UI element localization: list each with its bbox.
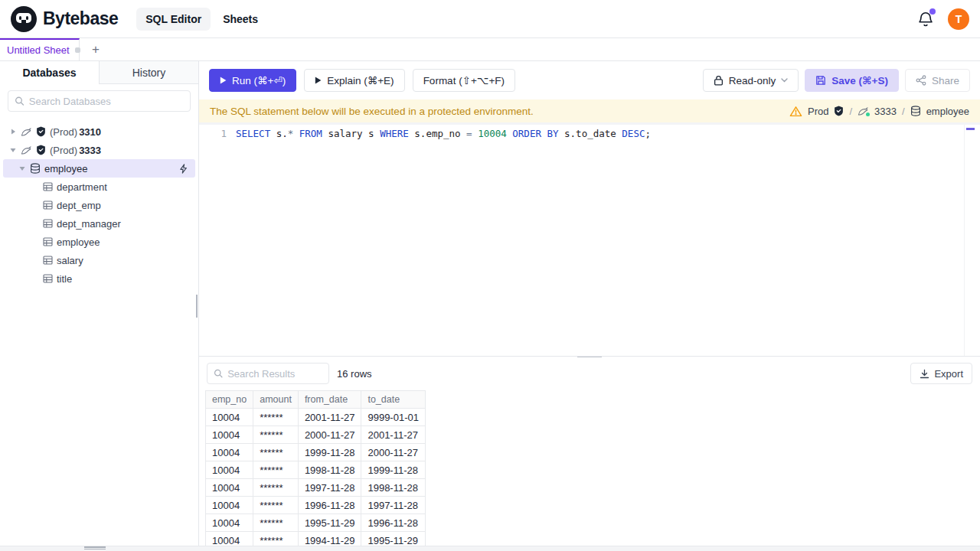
sidebar-tab-history[interactable]: History bbox=[100, 61, 198, 84]
database-search[interactable] bbox=[8, 90, 191, 112]
results-search[interactable] bbox=[207, 363, 329, 384]
table-label: dept_emp bbox=[57, 200, 101, 211]
run-button[interactable]: Run (⌘+⏎) bbox=[209, 69, 296, 92]
format-label: Format (⇧+⌥+F) bbox=[423, 74, 505, 86]
explain-label: Explain (⌘+E) bbox=[327, 74, 394, 86]
database-icon bbox=[910, 106, 921, 116]
line-number: 1 bbox=[199, 128, 227, 139]
tree-instance-3333[interactable]: (Prod)3333 bbox=[0, 141, 198, 159]
bottom-resize-handle[interactable] bbox=[84, 546, 106, 550]
instance-env: (Prod) bbox=[50, 126, 77, 138]
table-label: department bbox=[57, 181, 107, 193]
bottom-strip bbox=[0, 546, 980, 551]
results-resize-handle[interactable] bbox=[577, 356, 602, 358]
table-row: 10004******1997-11-281998-11-28 bbox=[206, 479, 426, 497]
table-row: 10004******1995-11-291996-11-28 bbox=[206, 514, 426, 532]
sheet-tab-label: Untitled Sheet bbox=[7, 44, 70, 56]
row-count: 16 rows bbox=[337, 368, 372, 380]
table-icon bbox=[43, 256, 53, 265]
user-avatar[interactable]: T bbox=[948, 8, 969, 30]
column-header: to_date bbox=[361, 391, 426, 409]
results-search-input[interactable] bbox=[227, 368, 322, 380]
editor-scrollbar[interactable] bbox=[964, 125, 965, 356]
chevron-down-icon bbox=[781, 78, 788, 83]
shield-icon bbox=[36, 126, 46, 137]
search-icon bbox=[214, 368, 223, 379]
sheet-tab-strip: Untitled Sheet + bbox=[0, 38, 980, 61]
database-tree: (Prod)3310 (Prod)3333 employee departmen… bbox=[0, 116, 198, 288]
chevron-right-icon bbox=[9, 128, 17, 135]
database-label: employee bbox=[44, 163, 87, 174]
tree-table-title[interactable]: title bbox=[0, 269, 198, 288]
database-label: employee bbox=[926, 106, 969, 117]
sql-editor[interactable]: 1 SELECT s.* FROM salary s WHERE s.emp_n… bbox=[199, 125, 980, 356]
instance-env: (Prod) bbox=[50, 145, 77, 156]
shield-icon bbox=[36, 145, 46, 155]
play-icon bbox=[315, 77, 322, 84]
save-button[interactable]: Save (⌘+S) bbox=[805, 69, 899, 92]
database-icon bbox=[30, 163, 41, 174]
mysql-icon bbox=[21, 145, 32, 155]
table-label: dept_manager bbox=[57, 218, 121, 230]
export-label: Export bbox=[934, 368, 963, 380]
lock-icon bbox=[714, 75, 724, 86]
column-header: from_date bbox=[298, 391, 361, 409]
sidebar: Databases History (Prod)3310 (Prod)3333 bbox=[0, 61, 199, 551]
sheet-dirty-indicator bbox=[75, 47, 80, 53]
lightning-icon[interactable] bbox=[179, 164, 188, 174]
new-sheet-button[interactable]: + bbox=[84, 38, 107, 60]
play-icon bbox=[220, 77, 227, 84]
tree-instance-3310[interactable]: (Prod)3310 bbox=[0, 122, 198, 141]
table-label: employee bbox=[57, 236, 100, 248]
readonly-label: Read-only bbox=[729, 75, 776, 86]
nav-sql-editor[interactable]: SQL Editor bbox=[136, 8, 211, 31]
readonly-dropdown[interactable]: Read-only bbox=[703, 69, 799, 92]
tree-table-dept-emp[interactable]: dept_emp bbox=[0, 196, 198, 214]
results-header-row: emp_no amount from_date to_date bbox=[206, 391, 426, 409]
table-row: 10004******2001-11-279999-01-01 bbox=[206, 409, 426, 426]
share-button[interactable]: Share bbox=[905, 69, 970, 92]
main-panel: Run (⌘+⏎) Explain (⌘+E) Format (⇧+⌥+F) R… bbox=[199, 61, 980, 551]
explain-button[interactable]: Explain (⌘+E) bbox=[304, 69, 404, 92]
table-label: salary bbox=[57, 255, 83, 266]
export-button[interactable]: Export bbox=[910, 363, 972, 384]
run-label: Run (⌘+⏎) bbox=[232, 74, 286, 86]
tree-database-employee[interactable]: employee bbox=[3, 159, 195, 178]
table-icon bbox=[43, 201, 53, 210]
table-label: title bbox=[57, 273, 72, 285]
format-button[interactable]: Format (⇧+⌥+F) bbox=[413, 69, 515, 92]
table-row: 10004******1998-11-281999-11-28 bbox=[206, 461, 426, 479]
tree-table-dept-manager[interactable]: dept_manager bbox=[0, 214, 198, 233]
chevron-down-icon bbox=[9, 146, 17, 154]
database-search-input[interactable] bbox=[29, 96, 184, 107]
shield-icon bbox=[834, 106, 844, 116]
tree-table-employee[interactable]: employee bbox=[0, 233, 198, 251]
nav-sheets[interactable]: Sheets bbox=[223, 13, 258, 25]
table-icon bbox=[43, 237, 53, 246]
notification-dot bbox=[929, 8, 936, 15]
top-header: Bytebase SQL Editor Sheets T bbox=[0, 0, 980, 38]
results-panel: 16 rows Export emp_no amount from_date t… bbox=[199, 356, 980, 548]
sidebar-tab-databases[interactable]: Databases bbox=[0, 61, 100, 84]
connection-breadcrumb: Prod / 3333 / employee bbox=[789, 106, 969, 117]
warning-icon bbox=[789, 106, 802, 117]
banner-message: The SQL statement below will be executed… bbox=[210, 106, 534, 117]
share-label: Share bbox=[932, 75, 959, 86]
tree-table-salary[interactable]: salary bbox=[0, 251, 198, 269]
table-icon bbox=[43, 182, 53, 191]
tree-table-department[interactable]: department bbox=[0, 178, 198, 196]
editor-toolbar: Run (⌘+⏎) Explain (⌘+E) Format (⇧+⌥+F) R… bbox=[199, 61, 980, 99]
table-icon bbox=[43, 219, 53, 228]
results-table[interactable]: emp_no amount from_date to_date 10004***… bbox=[205, 390, 426, 548]
column-header: emp_no bbox=[206, 391, 253, 409]
connection-status-dot bbox=[866, 112, 870, 116]
code-line: 1 SELECT s.* FROM salary s WHERE s.emp_n… bbox=[199, 125, 980, 142]
tab-untitled-sheet[interactable]: Untitled Sheet bbox=[0, 38, 80, 60]
chevron-down-icon bbox=[18, 165, 26, 172]
results-header: 16 rows Export bbox=[199, 357, 980, 390]
notification-bell-icon[interactable] bbox=[917, 11, 934, 28]
table-row: 10004******1996-11-281997-11-28 bbox=[206, 497, 426, 514]
save-label: Save (⌘+S) bbox=[831, 74, 888, 86]
bytebase-logo-icon[interactable] bbox=[11, 6, 37, 32]
download-icon bbox=[920, 369, 929, 379]
